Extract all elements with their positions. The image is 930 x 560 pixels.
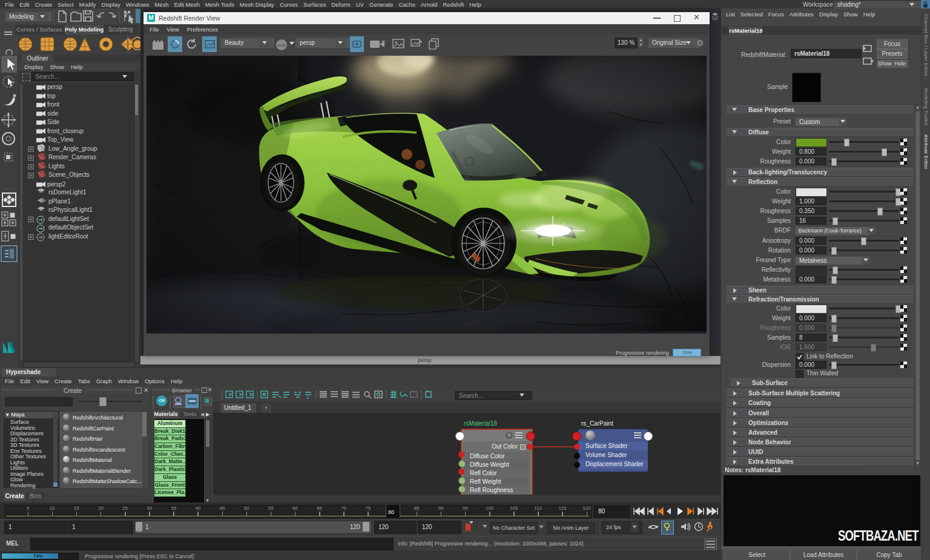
- svg-text:RGB: RGB: [277, 44, 285, 47]
